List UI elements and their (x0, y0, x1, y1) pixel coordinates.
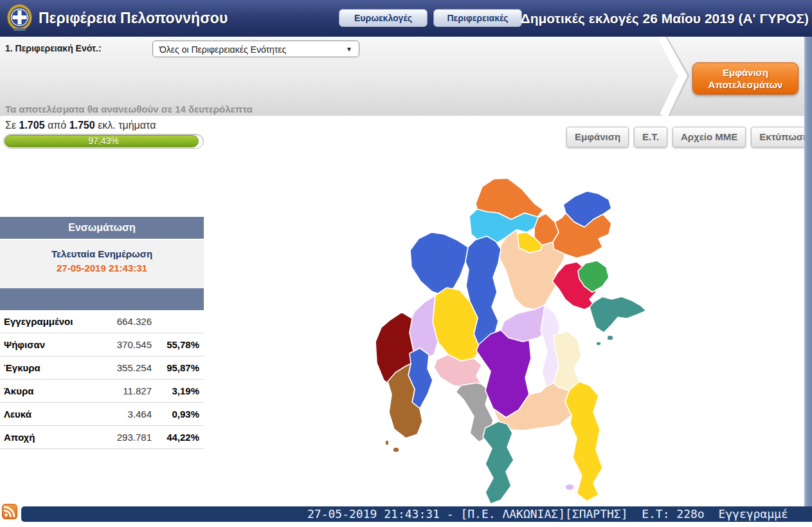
map-region-plum-islet[interactable] (565, 484, 574, 490)
toolbar-button-0[interactable]: Εμφάνιση (566, 127, 629, 147)
last-update-label: Τελευταία Ενημέρωση (0, 247, 204, 261)
progress-percent: 97,43% (4, 134, 203, 148)
map-region-cream[interactable] (554, 331, 581, 391)
filter-panel: 1. Περιφερειακή Ενότ.: Όλες οι Περιφερει… (0, 37, 812, 116)
map-region-teal-islet-b[interactable] (596, 342, 601, 346)
table-row: Λευκά3.4640,93% (0, 403, 204, 426)
hellenic-republic-emblem (5, 4, 34, 33)
regional-unit-label: 1. Περιφερειακή Ενότ.: (5, 43, 102, 53)
last-update-timestamp: 27-05-2019 21:43:31 (0, 261, 204, 275)
reported-count: 1.705 (19, 120, 44, 131)
map-region-teal-islet-a[interactable] (607, 335, 613, 340)
regional-unit-select[interactable]: Όλες οι Περιφερειακές Ενότητες ▼ (152, 41, 359, 57)
summary-progress-row: Σε 1.705 από 1.75097,43% (0, 288, 204, 310)
table-row: Έγκυρα355.25495,87% (0, 356, 204, 380)
map-region-east-yellow[interactable] (565, 382, 602, 501)
map-region-brown-islet-a[interactable] (385, 440, 389, 445)
table-row: Ψήφισαν370.54555,78% (0, 333, 204, 356)
total-count: 1.750 (69, 120, 95, 131)
page-title: Περιφέρεια Πελοποννήσου (39, 0, 228, 37)
nav-button-0[interactable]: Ευρωεκλογές (339, 9, 428, 27)
table-row: Αποχή293.78144,22% (0, 426, 204, 449)
header-bar: Περιφέρεια Πελοποννήσου ΕυρωεκλογέςΠεριφ… (0, 0, 812, 37)
summary-table: Ενσωμάτωση Τελευταία Ενημέρωση 27-05-201… (0, 217, 204, 449)
refresh-notice: Τα αποτελέσματα θα ανανεωθούν σε 14 δευτ… (5, 104, 253, 115)
toolbar: ΕμφάνισηΕ.Τ.Αρχείο ΜΜΕΕκτύπωση (566, 127, 812, 147)
election-title: Δημοτικές εκλογές 26 Μαΐου 2019 (Α' ΓΥΡΟ… (521, 0, 809, 37)
progress-bar: 97,43% (3, 134, 204, 149)
table-row: Άκυρα11.8273,19% (0, 380, 204, 403)
last-update-block: Τελευταία Ενημέρωση 27-05-2019 21:43:31 (0, 240, 204, 288)
municipalities-map (372, 172, 649, 505)
chevron-separator-icon (657, 37, 693, 116)
map-region-west-blue[interactable] (410, 232, 468, 295)
news-ticker: 27-05-2019 21:43:31 - [Π.Ε. ΛΑΚΩΝΙΑΣ][ΣΠ… (21, 506, 812, 522)
map-region-south-teal[interactable] (483, 421, 514, 504)
map-region-brown-islet-b[interactable] (393, 447, 399, 452)
reporting-line: Σε 1.705 από 1.750 εκλ. τμήματα (5, 120, 156, 131)
show-results-button[interactable]: Εμφάνιση Αποτελεσμάτων (692, 62, 798, 95)
toolbar-button-3[interactable]: Εκτύπωση (751, 127, 812, 147)
selected-option: Όλες οι Περιφερειακές Ενότητες (159, 44, 286, 55)
toolbar-button-2[interactable]: Αρχείο ΜΜΕ (672, 127, 746, 147)
chevron-down-icon: ▼ (346, 41, 352, 58)
nav-button-1[interactable]: Περιφερειακές (433, 9, 522, 27)
summary-table-title: Ενσωμάτωση (0, 217, 204, 240)
toolbar-button-1[interactable]: Ε.Τ. (634, 127, 667, 147)
rss-icon[interactable] (2, 504, 17, 519)
header-nav: ΕυρωεκλογέςΠεριφερειακές (339, 9, 522, 27)
page-edge-strip (804, 37, 812, 506)
map-region-southeast-teal[interactable] (590, 297, 646, 333)
